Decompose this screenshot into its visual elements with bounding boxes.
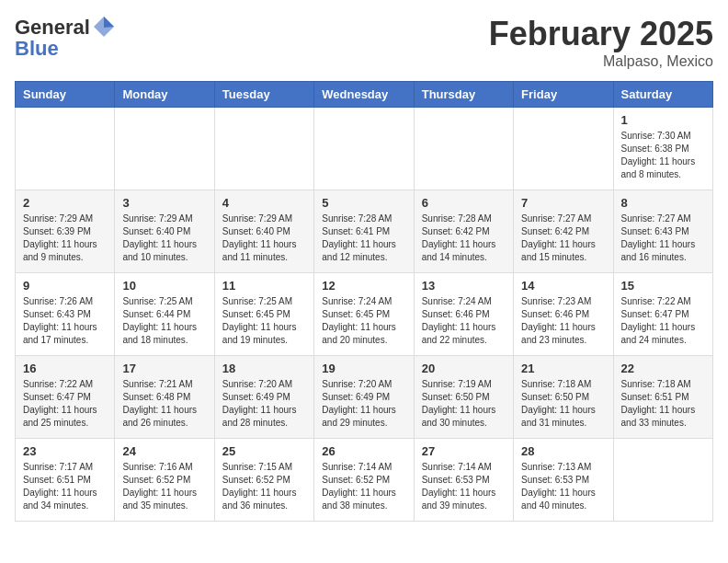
day-info: Sunrise: 7:29 AM Sunset: 6:40 PM Dayligh… [122, 213, 206, 264]
col-header-monday: Monday [115, 82, 214, 108]
day-number: 23 [23, 444, 107, 458]
day-number: 6 [422, 196, 506, 210]
calendar-week-row: 1Sunrise: 7:30 AM Sunset: 6:38 PM Daylig… [16, 108, 713, 190]
calendar-cell: 28Sunrise: 7:13 AM Sunset: 6:53 PM Dayli… [514, 439, 613, 522]
calendar-cell: 21Sunrise: 7:18 AM Sunset: 6:50 PM Dayli… [514, 356, 613, 439]
calendar-cell: 17Sunrise: 7:21 AM Sunset: 6:48 PM Dayli… [115, 356, 214, 439]
calendar-table: SundayMondayTuesdayWednesdayThursdayFrid… [15, 81, 713, 522]
calendar-cell: 25Sunrise: 7:15 AM Sunset: 6:52 PM Dayli… [214, 439, 313, 522]
calendar-week-row: 2Sunrise: 7:29 AM Sunset: 6:39 PM Daylig… [16, 190, 713, 273]
day-info: Sunrise: 7:29 AM Sunset: 6:40 PM Dayligh… [222, 213, 306, 264]
day-info: Sunrise: 7:22 AM Sunset: 6:47 PM Dayligh… [23, 378, 107, 430]
day-number: 11 [222, 279, 306, 293]
calendar-cell: 13Sunrise: 7:24 AM Sunset: 6:46 PM Dayli… [414, 273, 513, 356]
location-subtitle: Malpaso, Mexico [489, 53, 713, 70]
col-header-thursday: Thursday [414, 82, 513, 108]
day-number: 26 [322, 444, 405, 458]
day-info: Sunrise: 7:16 AM Sunset: 6:52 PM Dayligh… [122, 461, 206, 512]
calendar-week-row: 23Sunrise: 7:17 AM Sunset: 6:51 PM Dayli… [16, 439, 713, 522]
calendar-cell: 9Sunrise: 7:26 AM Sunset: 6:43 PM Daylig… [16, 273, 115, 356]
logo: General Blue [15, 15, 116, 61]
calendar-cell [115, 108, 214, 190]
calendar-cell: 10Sunrise: 7:25 AM Sunset: 6:44 PM Dayli… [115, 273, 214, 356]
col-header-wednesday: Wednesday [314, 82, 414, 108]
day-number: 12 [322, 279, 405, 293]
day-number: 15 [621, 279, 705, 293]
day-number: 25 [222, 444, 306, 458]
day-number: 13 [422, 279, 506, 293]
day-info: Sunrise: 7:28 AM Sunset: 6:42 PM Dayligh… [422, 213, 506, 264]
day-info: Sunrise: 7:24 AM Sunset: 6:46 PM Dayligh… [422, 295, 506, 347]
page-header: General Blue February 2025 Malpaso, Mexi… [15, 15, 713, 70]
day-number: 2 [23, 196, 107, 210]
day-info: Sunrise: 7:28 AM Sunset: 6:41 PM Dayligh… [322, 213, 405, 264]
col-header-sunday: Sunday [16, 82, 115, 108]
day-info: Sunrise: 7:20 AM Sunset: 6:49 PM Dayligh… [222, 378, 306, 430]
day-info: Sunrise: 7:24 AM Sunset: 6:45 PM Dayligh… [322, 295, 405, 347]
logo-icon [92, 15, 116, 39]
calendar-cell [314, 108, 414, 190]
calendar-cell: 20Sunrise: 7:19 AM Sunset: 6:50 PM Dayli… [414, 356, 513, 439]
day-number: 14 [521, 279, 605, 293]
day-info: Sunrise: 7:22 AM Sunset: 6:47 PM Dayligh… [621, 295, 705, 347]
calendar-cell [16, 108, 115, 190]
day-number: 8 [621, 196, 705, 210]
calendar-cell [414, 108, 513, 190]
day-number: 7 [521, 196, 605, 210]
calendar-week-row: 9Sunrise: 7:26 AM Sunset: 6:43 PM Daylig… [16, 273, 713, 356]
day-info: Sunrise: 7:23 AM Sunset: 6:46 PM Dayligh… [521, 295, 605, 347]
calendar-cell: 1Sunrise: 7:30 AM Sunset: 6:38 PM Daylig… [613, 108, 712, 190]
day-number: 28 [521, 444, 605, 458]
day-info: Sunrise: 7:19 AM Sunset: 6:50 PM Dayligh… [422, 378, 506, 430]
day-number: 18 [222, 362, 306, 375]
day-info: Sunrise: 7:17 AM Sunset: 6:51 PM Dayligh… [23, 461, 107, 512]
calendar-cell: 14Sunrise: 7:23 AM Sunset: 6:46 PM Dayli… [514, 273, 613, 356]
day-number: 4 [222, 196, 306, 210]
day-number: 17 [122, 362, 206, 375]
calendar-cell: 8Sunrise: 7:27 AM Sunset: 6:43 PM Daylig… [613, 190, 712, 273]
day-number: 24 [122, 444, 206, 458]
day-number: 16 [23, 362, 107, 375]
calendar-cell: 19Sunrise: 7:20 AM Sunset: 6:49 PM Dayli… [314, 356, 414, 439]
day-info: Sunrise: 7:21 AM Sunset: 6:48 PM Dayligh… [122, 378, 206, 430]
day-number: 9 [23, 279, 107, 293]
day-number: 5 [322, 196, 405, 210]
day-number: 3 [122, 196, 206, 210]
calendar-cell: 15Sunrise: 7:22 AM Sunset: 6:47 PM Dayli… [613, 273, 712, 356]
title-block: February 2025 Malpaso, Mexico [489, 15, 713, 70]
day-number: 21 [521, 362, 605, 375]
day-info: Sunrise: 7:30 AM Sunset: 6:38 PM Dayligh… [621, 130, 705, 181]
calendar-cell [613, 439, 712, 522]
day-info: Sunrise: 7:20 AM Sunset: 6:49 PM Dayligh… [322, 378, 405, 430]
day-number: 10 [122, 279, 206, 293]
day-number: 19 [322, 362, 405, 375]
day-info: Sunrise: 7:29 AM Sunset: 6:39 PM Dayligh… [23, 213, 107, 264]
calendar-cell: 24Sunrise: 7:16 AM Sunset: 6:52 PM Dayli… [115, 439, 214, 522]
calendar-cell: 18Sunrise: 7:20 AM Sunset: 6:49 PM Dayli… [214, 356, 313, 439]
day-info: Sunrise: 7:14 AM Sunset: 6:52 PM Dayligh… [322, 461, 405, 512]
calendar-cell: 23Sunrise: 7:17 AM Sunset: 6:51 PM Dayli… [16, 439, 115, 522]
calendar-cell: 26Sunrise: 7:14 AM Sunset: 6:52 PM Dayli… [314, 439, 414, 522]
col-header-saturday: Saturday [613, 82, 712, 108]
day-info: Sunrise: 7:27 AM Sunset: 6:43 PM Dayligh… [621, 213, 705, 264]
logo-blue-text: Blue [15, 37, 116, 61]
day-number: 22 [621, 362, 705, 375]
col-header-friday: Friday [514, 82, 613, 108]
calendar-week-row: 16Sunrise: 7:22 AM Sunset: 6:47 PM Dayli… [16, 356, 713, 439]
calendar-cell: 4Sunrise: 7:29 AM Sunset: 6:40 PM Daylig… [214, 190, 313, 273]
calendar-cell: 2Sunrise: 7:29 AM Sunset: 6:39 PM Daylig… [16, 190, 115, 273]
calendar-cell [514, 108, 613, 190]
col-header-tuesday: Tuesday [214, 82, 313, 108]
calendar-header-row: SundayMondayTuesdayWednesdayThursdayFrid… [16, 82, 713, 108]
calendar-cell: 6Sunrise: 7:28 AM Sunset: 6:42 PM Daylig… [414, 190, 513, 273]
calendar-cell: 12Sunrise: 7:24 AM Sunset: 6:45 PM Dayli… [314, 273, 414, 356]
calendar-cell: 7Sunrise: 7:27 AM Sunset: 6:42 PM Daylig… [514, 190, 613, 273]
day-info: Sunrise: 7:25 AM Sunset: 6:44 PM Dayligh… [122, 295, 206, 347]
day-number: 1 [621, 113, 705, 127]
day-info: Sunrise: 7:15 AM Sunset: 6:52 PM Dayligh… [222, 461, 306, 512]
day-info: Sunrise: 7:13 AM Sunset: 6:53 PM Dayligh… [521, 461, 605, 512]
calendar-cell: 5Sunrise: 7:28 AM Sunset: 6:41 PM Daylig… [314, 190, 414, 273]
day-info: Sunrise: 7:14 AM Sunset: 6:53 PM Dayligh… [422, 461, 506, 512]
calendar-cell: 16Sunrise: 7:22 AM Sunset: 6:47 PM Dayli… [16, 356, 115, 439]
calendar-cell [214, 108, 313, 190]
